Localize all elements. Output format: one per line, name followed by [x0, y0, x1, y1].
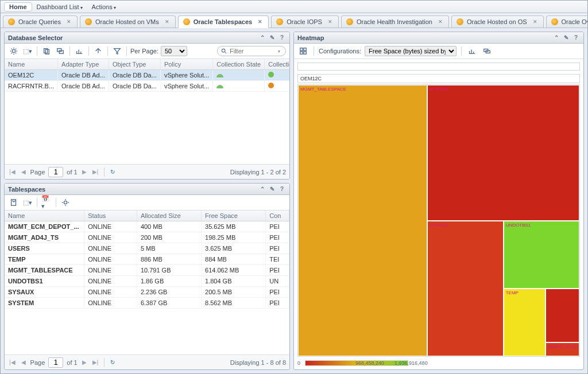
- close-icon[interactable]: ✕: [258, 19, 262, 25]
- refresh-icon[interactable]: ↻: [109, 169, 116, 175]
- table-row[interactable]: RACFRNTR.B...Oracle DB Ad...Oracle DB Da…: [5, 81, 289, 92]
- hierarchy-icon[interactable]: ⬚▾: [22, 46, 33, 56]
- close-icon[interactable]: ✕: [328, 19, 332, 25]
- help-icon[interactable]: ?: [278, 185, 286, 193]
- copy-icon[interactable]: [41, 46, 52, 56]
- layout-icon[interactable]: [297, 46, 309, 56]
- table-row[interactable]: UNDOTBS1ONLINE1.86 GB1.804 GBUN: [5, 276, 289, 287]
- collapse-icon[interactable]: ⌃: [258, 34, 266, 42]
- tab-oracle-health[interactable]: Oracle Health Investigation ✕: [341, 15, 449, 28]
- per-page-select[interactable]: 50: [161, 46, 187, 56]
- oracle-icon: [183, 18, 190, 25]
- close-icon[interactable]: ✕: [165, 19, 169, 25]
- cell-name: RACFRNTR.B...: [5, 81, 58, 92]
- tab-oracle-hosted-vms[interactable]: Oracle Hosted on VMs ✕: [80, 15, 176, 28]
- col-name[interactable]: Name: [5, 59, 58, 70]
- gear-icon[interactable]: [60, 197, 71, 208]
- collapse-icon[interactable]: ⌃: [552, 34, 560, 42]
- close-icon[interactable]: ✕: [533, 19, 537, 25]
- treemap-cell[interactable]: SYSTEM: [427, 85, 579, 221]
- col-name[interactable]: Name: [5, 211, 84, 221]
- prev-page-icon[interactable]: ◀: [20, 359, 27, 365]
- cell-name[interactable]: SYSAUX: [5, 287, 84, 298]
- last-page-icon[interactable]: ▶|: [91, 359, 100, 365]
- tab-oracle-iops[interactable]: Oracle IOPS ✕: [271, 15, 339, 28]
- col-allocated[interactable]: Allocated Size: [137, 211, 201, 221]
- col-object[interactable]: Object Type: [109, 59, 160, 70]
- table-row[interactable]: MGMT_AD4J_TSONLINE200 MB198.25 MBPEI: [5, 232, 289, 243]
- tab-label: Oracle Hosted on VMs: [95, 18, 159, 25]
- table-row[interactable]: SYSAUXONLINE2.236 GB200.5 MBPEI: [5, 287, 289, 298]
- close-icon[interactable]: ✕: [438, 19, 443, 25]
- cell-name[interactable]: MGMT_AD4J_TS: [5, 232, 84, 243]
- last-page-icon[interactable]: ▶|: [91, 169, 100, 175]
- export-icon[interactable]: [92, 46, 104, 56]
- next-page-icon[interactable]: ▶: [81, 359, 88, 365]
- hierarchy-icon[interactable]: ⬚▾: [22, 197, 33, 208]
- tab-oracle-overview[interactable]: Oracle Overview ✕: [546, 15, 588, 28]
- treemap[interactable]: MGMT_TABLESPACESYSTEMSYSAUXUNDOTBS1TEMPM…: [297, 84, 580, 357]
- col-adapter[interactable]: Adapter Type: [58, 59, 109, 70]
- tab-oracle-hosted-os[interactable]: Oracle Hosted on OS ✕: [451, 15, 544, 28]
- treemap-cell[interactable]: SYSAUX: [427, 221, 503, 357]
- first-page-icon[interactable]: |◀: [8, 169, 17, 175]
- menu-dashboard-list[interactable]: Dashboard List▾: [32, 3, 87, 10]
- table-row[interactable]: SYSTEMONLINE6.387 GB8.562 MBPEI: [5, 298, 289, 309]
- menu-actions[interactable]: Actions▾: [87, 3, 121, 10]
- treemap-cell[interactable]: MGMT_AD4J_TS: [546, 342, 579, 356]
- filter-input-wrap[interactable]: ▾: [217, 46, 286, 56]
- col-free[interactable]: Free Space: [202, 211, 266, 221]
- export-icon[interactable]: [8, 197, 20, 208]
- first-page-icon[interactable]: |◀: [8, 359, 17, 365]
- table-row[interactable]: USERSONLINE5 MB3.625 MBPEI: [5, 243, 289, 254]
- page-input[interactable]: [48, 357, 63, 368]
- svg-point-7: [64, 201, 67, 204]
- help-icon[interactable]: ?: [278, 34, 286, 42]
- cell-name[interactable]: SYSTEM: [5, 298, 84, 309]
- treemap-cell[interactable]: TEMP: [504, 289, 546, 356]
- edit-icon[interactable]: ✎: [562, 34, 570, 42]
- table-row[interactable]: OEM12COracle DB Ad...Oracle DB Da...vSph…: [5, 70, 289, 81]
- menu-home[interactable]: Home: [4, 2, 32, 11]
- col-collection-state[interactable]: Collection State: [213, 59, 265, 70]
- table-row[interactable]: MGMT_ECM_DEPOT_...ONLINE400 MB35.625 MBP…: [5, 221, 289, 232]
- help-icon[interactable]: ?: [572, 34, 580, 42]
- next-page-icon[interactable]: ▶: [81, 169, 88, 175]
- treemap-cell[interactable]: UNDOTBS1: [504, 221, 579, 289]
- cell-name[interactable]: TEMP: [5, 254, 84, 265]
- col-collection-status[interactable]: Collection Status: [265, 59, 289, 70]
- tab-oracle-tablespaces[interactable]: Oracle Tablespaces ✕: [178, 15, 269, 28]
- page-of: of 1: [67, 169, 77, 176]
- close-icon[interactable]: ✕: [67, 19, 71, 25]
- stack-icon[interactable]: [481, 46, 493, 56]
- stack-icon[interactable]: [55, 46, 66, 56]
- chevron-down-icon[interactable]: ▾: [278, 49, 280, 54]
- chart-icon[interactable]: [466, 46, 478, 56]
- gear-icon[interactable]: [8, 46, 20, 56]
- cell-name[interactable]: MGMT_ECM_DEPOT_...: [5, 221, 84, 232]
- cell-name[interactable]: MGMT_TABLESPACE: [5, 265, 84, 276]
- page-input[interactable]: [48, 167, 63, 177]
- col-policy[interactable]: Policy: [160, 59, 212, 70]
- treemap-cell[interactable]: [546, 289, 579, 343]
- refresh-icon[interactable]: ↻: [109, 359, 116, 365]
- treemap-cell[interactable]: MGMT_TABLESPACE: [298, 85, 427, 356]
- table-row[interactable]: TEMPONLINE886 MB884 MBTEI: [5, 254, 289, 265]
- filter-icon[interactable]: [111, 46, 123, 56]
- filter-input[interactable]: [230, 48, 276, 54]
- cell-name[interactable]: UNDOTBS1: [5, 276, 84, 287]
- cell-free: 614.062 MB: [202, 265, 266, 276]
- cell-name[interactable]: USERS: [5, 243, 84, 254]
- tab-oracle-queries[interactable]: Oracle Queries ✕: [3, 15, 78, 28]
- col-status[interactable]: Status: [84, 211, 137, 221]
- chart-icon[interactable]: [74, 46, 85, 56]
- config-select[interactable]: Free Space (bytes) sized by Allo: [365, 46, 457, 56]
- table-row[interactable]: MGMT_TABLESPACEONLINE10.791 GB614.062 MB…: [5, 265, 289, 276]
- edit-icon[interactable]: ✎: [268, 34, 276, 42]
- collapse-icon[interactable]: ⌃: [258, 185, 266, 193]
- prev-page-icon[interactable]: ◀: [20, 169, 27, 175]
- cell-con: PEI: [266, 243, 289, 254]
- col-con[interactable]: Con: [266, 211, 289, 221]
- date-icon[interactable]: 📅▾: [41, 197, 52, 208]
- edit-icon[interactable]: ✎: [268, 185, 276, 193]
